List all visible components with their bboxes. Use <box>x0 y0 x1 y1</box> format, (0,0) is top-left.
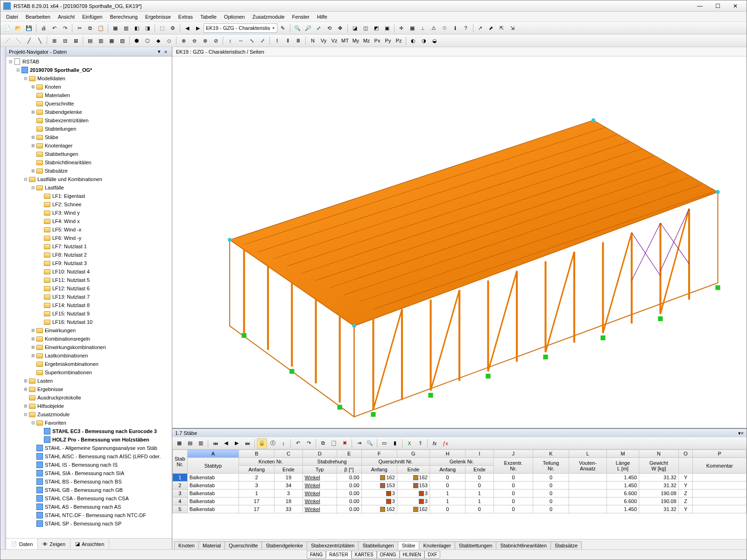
tt-first[interactable]: ⏮ <box>210 438 220 448</box>
menu-extras[interactable]: Extras <box>175 13 197 21</box>
tree-node[interactable]: LF5: Wind -x <box>6 225 172 234</box>
tb-d[interactable]: ⟲ <box>324 23 335 33</box>
table-tab-stabteilungen[interactable]: Stabteilungen <box>358 541 398 549</box>
tb-2b[interactable]: ⇲ <box>507 23 518 33</box>
menu-bearbeiten[interactable]: Bearbeiten <box>22 13 54 21</box>
navigator-pin[interactable]: ▾ <box>156 49 162 55</box>
paste-button[interactable]: 📋 <box>96 23 106 33</box>
t2-4[interactable]: ╲ <box>35 35 45 46</box>
open-button[interactable]: 📂 <box>13 23 23 33</box>
t2-3[interactable]: ╱ <box>24 35 34 46</box>
tree-node[interactable]: Stabteilungen <box>6 125 172 133</box>
tt-2[interactable]: ▤ <box>185 438 195 448</box>
t2-20[interactable]: ↕ <box>225 35 235 46</box>
tb-snap[interactable]: ✛ <box>396 23 407 33</box>
tb-arr[interactable]: ↗ <box>475 23 486 33</box>
tree-node[interactable]: ⊞Einwirkungskombinationen <box>6 343 172 351</box>
t2-38[interactable]: ◒ <box>430 35 440 46</box>
tt-filter[interactable]: ⓕ <box>268 438 278 448</box>
tree-node[interactable]: ⊟Favoriten <box>6 419 172 427</box>
t2-2[interactable]: ⋱ <box>13 35 23 46</box>
tree-node[interactable]: ⊞Stabendgelenke <box>6 108 172 116</box>
tt-redo[interactable]: ↷ <box>303 438 314 448</box>
tt-lock[interactable]: 🔒 <box>257 438 267 448</box>
tb-iso[interactable]: ◪ <box>350 23 360 33</box>
menu-optionen[interactable]: Optionen <box>220 13 249 21</box>
menu-berechnung[interactable]: Berechnung <box>106 13 141 21</box>
navtab-zeigen[interactable]: 👁 Zeigen <box>38 539 70 549</box>
viewport-3d[interactable] <box>172 56 747 428</box>
tt-last[interactable]: ⏭ <box>242 438 253 448</box>
status-ofang[interactable]: OFANG <box>377 551 400 559</box>
tb-3[interactable]: ◧ <box>132 23 142 33</box>
tree-node[interactable]: STAHL SIA - Bemessung nach SIA <box>6 469 172 477</box>
table-row[interactable]: 3Balkenstab13Winkel0.003311006.600190.08… <box>173 490 747 497</box>
tb-loadcase-edit[interactable]: ✎ <box>278 23 288 33</box>
cut-button[interactable]: ✂ <box>74 23 85 33</box>
tree-node[interactable]: ⊞Knotenlager <box>6 141 172 150</box>
tb-info[interactable]: ℹ <box>450 23 460 33</box>
tree-node[interactable]: LF3: Wind y <box>6 209 172 217</box>
tb-ref[interactable]: ♲ <box>439 23 450 33</box>
t2-27[interactable]: N <box>308 35 318 46</box>
t2-21[interactable]: ↔ <box>236 35 246 46</box>
t2-36[interactable]: ◐ <box>408 35 418 46</box>
tree-node[interactable]: Querschnitte <box>6 99 172 108</box>
tree-node[interactable]: STAHL NTC-DF - Bemessung nach NTC-DF <box>6 511 172 519</box>
tb-e[interactable]: ✥ <box>335 23 345 33</box>
menu-hilfe[interactable]: Hilfe <box>313 13 331 21</box>
tree-node[interactable]: ⊟20190709 Sporthalle_OG* <box>6 66 172 74</box>
menu-tabelle[interactable]: Tabelle <box>197 13 220 21</box>
print-button[interactable]: 🖨 <box>38 23 49 33</box>
close-button[interactable]: ✕ <box>727 2 744 10</box>
tt-excel[interactable]: X <box>404 438 415 448</box>
undo-button[interactable]: ↶ <box>49 23 59 33</box>
tb-xy[interactable]: ◫ <box>360 23 371 33</box>
tree-node[interactable]: LF14: Nutzlast 8 <box>6 301 172 309</box>
tree-node[interactable]: Stabbettungen <box>6 150 172 158</box>
tree-node[interactable]: LF7: Nutzlast 1 <box>6 242 172 251</box>
tt-goto[interactable]: ⇥ <box>354 438 364 448</box>
status-hlinien[interactable]: HLINIEN <box>400 551 424 559</box>
tree-node[interactable]: ⊞Lasten <box>6 377 172 385</box>
tb-2[interactable]: ▥ <box>121 23 131 33</box>
tree-node[interactable]: LF15: Nutzlast 9 <box>6 309 172 318</box>
tree-node[interactable]: STAHL - Allgemeine Spannungsanalyse von … <box>6 444 172 452</box>
tt-prev[interactable]: ◀ <box>221 438 231 448</box>
tree-node[interactable]: Ausdruckprotokolle <box>6 393 172 402</box>
tree-node[interactable]: ⊞Stäbe <box>6 133 172 141</box>
tree-node[interactable]: LF13: Nutzlast 7 <box>6 293 172 301</box>
tree-node[interactable]: Stabexzentrizitäten <box>6 116 172 125</box>
t2-6[interactable]: ⊟ <box>60 35 70 46</box>
menu-datei[interactable]: Datei <box>2 13 22 21</box>
table-tab-material[interactable]: Material <box>198 541 225 549</box>
tree-node[interactable]: LF9: Nutzlast 3 <box>6 259 172 267</box>
menu-fenster[interactable]: Fenster <box>289 13 313 21</box>
table-tab-stäbe[interactable]: Stäbe <box>398 541 420 549</box>
tree-node[interactable]: LF12: Nutzlast 6 <box>6 284 172 293</box>
tt-cols[interactable]: ▮ <box>390 438 400 448</box>
menu-zusatzmodule[interactable]: Zusatzmodule <box>249 13 289 21</box>
t2-19[interactable]: ⊘ <box>211 35 221 46</box>
tt-undo[interactable]: ↶ <box>293 438 303 448</box>
copy-button[interactable]: ⧉ <box>85 23 95 33</box>
tree-node[interactable]: ⊟Zusatzmodule <box>6 410 172 419</box>
t2-25[interactable]: Ⅱ <box>282 35 293 46</box>
tree-node[interactable]: STAHL IS - Bemessung nach IS <box>6 461 172 469</box>
navigator-close[interactable]: × <box>162 49 169 55</box>
t2-26[interactable]: Ⅲ <box>293 35 303 46</box>
tree-node[interactable]: HOLZ Pro - Bemessung von Holzstäben <box>6 435 172 444</box>
t2-23[interactable]: ⤢ <box>257 35 268 46</box>
tree-node[interactable]: STAHL AS - Bemessung nach AS <box>6 503 172 511</box>
t2-7[interactable]: ⊠ <box>70 35 81 46</box>
t2-31[interactable]: My <box>351 35 361 46</box>
t2-18[interactable]: ⊗ <box>200 35 210 46</box>
navtab-ansichten[interactable]: ◪ Ansichten <box>70 539 109 549</box>
tt-select[interactable]: ▭ <box>379 438 389 448</box>
table-row[interactable]: 4Balkenstab1718Winkel0.003311006.600190.… <box>173 497 747 505</box>
t2-22[interactable]: ⤡ <box>247 35 257 46</box>
t2-16[interactable]: ⊕ <box>178 35 189 46</box>
tt-fx[interactable]: fx <box>430 438 440 448</box>
tree-node[interactable]: ⊟Lastfälle und Kombinationen <box>6 175 172 183</box>
t2-11[interactable]: ▧ <box>117 35 127 46</box>
